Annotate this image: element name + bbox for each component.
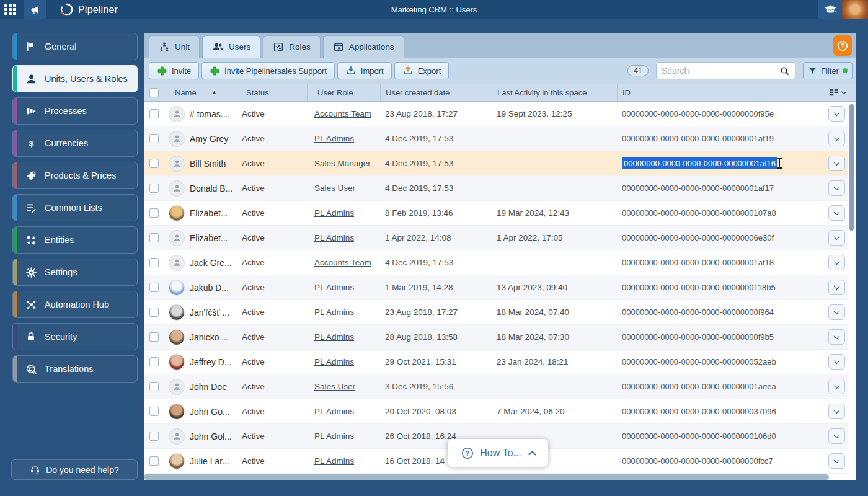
user-role-link[interactable]: PL Admins [314,308,354,317]
horizontal-scrollbar-track[interactable] [144,474,856,480]
row-checkbox[interactable] [149,432,159,441]
row-checkbox[interactable] [149,233,159,242]
user-role-link[interactable]: PL Admins [314,456,354,466]
select-all-checkbox[interactable] [149,88,159,97]
sidebar-item-security[interactable]: Security [12,323,138,350]
user-avatar[interactable] [842,0,868,19]
export-button[interactable]: Export [394,62,450,79]
row-checkbox[interactable] [149,134,159,143]
table-row[interactable]: Janicko ... Active PL Admins 28 Aug 2018… [144,325,856,350]
header-name[interactable]: Name▲ [164,84,236,101]
row-actions-button[interactable] [828,404,845,419]
invite-button[interactable]: Invite [149,62,199,79]
row-actions-button[interactable] [828,106,845,122]
user-role-link[interactable]: PL Admins [314,208,354,218]
header-status[interactable]: Status [236,84,307,101]
tab-unit[interactable]: Unit [149,35,200,58]
user-role-link[interactable]: Accounts Team [314,109,371,118]
sidebar-item-entities[interactable]: Entities [12,226,138,254]
user-role-link[interactable]: PL Admins [314,283,354,292]
tab-users[interactable]: Users [202,35,260,58]
row-checkbox[interactable] [149,109,159,118]
table-row[interactable]: John Doe Active Sales User 3 Dec 2019, 1… [144,374,856,399]
user-role-link[interactable]: PL Admins [314,357,354,366]
row-actions-button[interactable] [828,230,845,246]
row-checkbox[interactable] [149,382,159,391]
need-help-button[interactable]: Do you need help? [11,459,138,480]
invite-pipelinersales-support-button[interactable]: Invite Pipelinersales Support [202,62,335,79]
search-icon[interactable] [779,66,795,76]
row-checkbox[interactable] [149,283,159,292]
row-actions-button[interactable] [828,428,845,444]
sidebar-item-common-lists[interactable]: Common Lists [12,194,138,221]
table-row[interactable]: John Go... Active PL Admins 20 Oct 2020,… [144,399,856,424]
tab-label: Applications [349,42,394,51]
sidebar-item-units-users-roles[interactable]: Units, Users & Roles [12,65,138,92]
vertical-scrollbar-thumb[interactable] [849,104,854,231]
table-row[interactable]: Jack Gre... Active Accounts Team 4 Dec 2… [144,250,856,275]
table-row[interactable]: # tomas.... Active Accounts Team 23 Aug … [144,102,856,126]
import-button[interactable]: Import [337,62,392,79]
announcements-button[interactable] [24,0,46,19]
sidebar-item-processes[interactable]: Processes [12,97,138,125]
user-role-link[interactable]: PL Admins [314,134,354,143]
user-role-link[interactable]: PL Admins [314,332,354,342]
sidebar-item-translations[interactable]: A Translations [12,355,138,383]
row-actions-button[interactable] [828,453,845,469]
row-checkbox[interactable] [149,208,159,218]
header-id[interactable]: ID [617,84,825,101]
filter-button[interactable]: Filter [803,62,852,79]
table-row[interactable]: Jakub D... Active PL Admins 1 Mar 2019, … [144,275,856,300]
sidebar-item-settings[interactable]: Settings [12,259,138,286]
tab-roles[interactable]: Roles [263,35,321,58]
table-row[interactable]: Jan'ľčšť ... Active PL Admins 23 Aug 201… [144,300,856,325]
academy-button[interactable] [818,0,842,19]
sidebar-item-currencies[interactable]: $ Currencies [12,130,138,157]
user-role-link[interactable]: Sales User [314,382,355,391]
row-checkbox[interactable] [149,258,159,267]
header-created-date[interactable]: User created date [380,84,492,101]
table-row[interactable]: Donald B... Active Sales User 4 Dec 2019… [144,176,856,201]
pipeliner-logo[interactable]: Pipeliner [60,2,118,17]
row-checkbox[interactable] [149,159,159,168]
user-role-link[interactable]: PL Admins [314,432,354,441]
table-row[interactable]: Bill Smith Active Sales Manager 4 Dec 20… [144,151,856,176]
user-role-link[interactable]: PL Admins [314,407,354,416]
row-actions-button[interactable] [828,156,845,171]
row-actions-button[interactable] [828,379,845,394]
contextual-help-button[interactable]: ? [833,35,852,56]
horizontal-scrollbar-thumb[interactable] [144,474,829,480]
sidebar-item-automation-hub[interactable]: Automation Hub [12,291,138,318]
row-actions-button[interactable] [828,255,845,270]
user-role-link[interactable]: Sales User [314,184,355,193]
row-actions-button[interactable] [828,329,845,345]
row-actions-button[interactable] [828,280,845,295]
search-input[interactable] [657,66,779,76]
row-actions-button[interactable] [828,304,845,320]
row-actions-button[interactable] [828,131,845,146]
tab-applications[interactable]: Applications [323,35,404,58]
sidebar-item-general[interactable]: General [12,33,138,60]
table-row[interactable]: Elizabet... Active PL Admins 8 Feb 2019,… [144,201,856,226]
row-checkbox[interactable] [149,332,159,342]
column-settings-button[interactable] [825,84,856,101]
user-role-link[interactable]: Accounts Team [314,258,371,267]
table-row[interactable]: Amy Grey Active PL Admins 4 Dec 2019, 17… [144,126,856,151]
user-role-link[interactable]: PL Admins [314,233,354,242]
user-role-link[interactable]: Sales Manager [314,159,371,168]
app-grid-icon[interactable] [0,0,20,19]
row-checkbox[interactable] [149,407,159,416]
how-to-button[interactable]: ? How To... [448,439,548,467]
row-checkbox[interactable] [149,456,159,466]
row-actions-button[interactable] [828,205,845,221]
row-checkbox[interactable] [149,308,159,317]
table-row[interactable]: Jeffrey D... Active PL Admins 29 Oct 202… [144,350,856,374]
table-row[interactable]: Elizabet... Active PL Admins 1 Apr 2022,… [144,226,856,250]
row-actions-button[interactable] [828,180,845,196]
header-user-role[interactable]: User Role [307,84,380,101]
header-last-activity[interactable]: Last Activity in this space [492,84,617,101]
row-actions-button[interactable] [828,354,845,370]
row-checkbox[interactable] [149,357,159,366]
row-checkbox[interactable] [149,184,159,193]
sidebar-item-products-prices[interactable]: Products & Prices [12,162,138,189]
